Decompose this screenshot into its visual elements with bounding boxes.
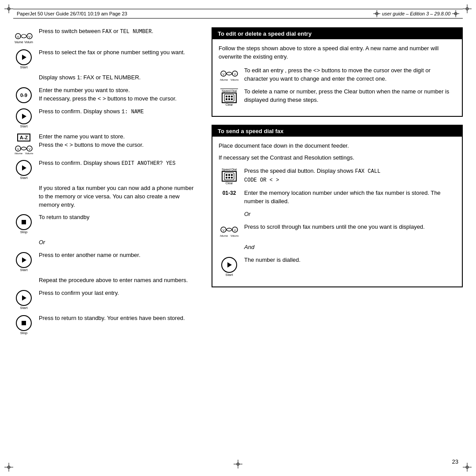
edit-step-2: Speed Dial (219, 88, 456, 106)
svg-rect-53 (231, 174, 233, 176)
step-row-5: A-Z V V Volume Volume Enter the na (13, 133, 198, 155)
indent-text-3: Repeat the procedure above to enter name… (13, 276, 198, 285)
send-text-3: Press to scroll through fax numbers unti… (244, 223, 456, 231)
text-cell-6: Press to confirm. Display shows EDIT ANO… (39, 159, 198, 167)
svg-text:Volume: Volume (15, 41, 23, 44)
section-send-header: To send a speed dial fax (212, 126, 462, 137)
start-icon-3 (16, 160, 32, 176)
left-column: V V Volume Volume Press to switch betwee… (13, 27, 198, 459)
indent-text-2: If you stored a fax number you can now a… (13, 184, 198, 209)
text-cell-8: Press to enter another name or number. (39, 251, 198, 260)
step-row-1: V V Volume Volume Press to switch betwee… (13, 27, 198, 44)
send-icon-4: Start (219, 256, 240, 277)
right-column: To edit or delete a speed dial entry Fol… (212, 27, 463, 459)
volume-icon-send: V V Volume Volume (220, 224, 238, 239)
icon-cell-3: 0-9 (13, 86, 34, 103)
main-content: V V Volume Volume Press to switch betwee… (13, 27, 463, 459)
corner-cross-br (463, 463, 472, 472)
start-icon-5 (16, 290, 32, 306)
corner-cross-bl (4, 463, 13, 472)
icon-cell-8: Start (13, 251, 34, 272)
svg-text:Volume: Volume (220, 78, 228, 81)
step-row-9: Start Press to confirm your last entry. (13, 289, 198, 310)
text-cell-1: Press to switch between FAX or TEL NUMBE… (39, 27, 198, 36)
svg-marker-63 (227, 262, 232, 268)
indent-or-1: Or (13, 238, 198, 247)
edit-icon-1: V V Volume Volume (219, 67, 240, 83)
icon-cell-2: Start (13, 48, 34, 69)
svg-rect-56 (231, 177, 233, 178)
send-icon-1: Speed Dial (219, 167, 240, 185)
text-cell-9: Press to confirm your last entry. (39, 289, 198, 298)
svg-rect-48 (228, 98, 230, 100)
header-center: user guide – Edition 3 – 29.8.00 (373, 10, 459, 17)
header-crosshair-icon (373, 10, 380, 17)
header-left: PaperJet 50 User Guide 26/7/01 10:19 am … (17, 11, 127, 16)
svg-text:V: V (17, 35, 19, 39)
svg-rect-52 (228, 174, 230, 176)
corner-cross-tl (4, 4, 13, 13)
svg-rect-50 (224, 173, 234, 180)
start-icon-1 (16, 49, 32, 65)
send-text-4: The number is dialled. (244, 256, 456, 264)
svg-text:Volume: Volume (231, 234, 238, 237)
svg-rect-51 (226, 174, 227, 176)
svg-rect-44 (226, 96, 227, 97)
send-text-2: Enter the memory location number under w… (244, 189, 456, 206)
step-row-6: Start Press to confirm. Display shows ED… (13, 159, 198, 180)
icon-cell-7: Stop (13, 213, 34, 234)
svg-marker-25 (22, 114, 26, 119)
icon-cell-9: Start (13, 289, 34, 310)
icon-cell-5: A-Z V V Volume Volume (13, 133, 34, 155)
start-icon-send (221, 257, 237, 273)
text-cell-7: To return to standby (39, 213, 198, 222)
svg-marker-35 (22, 295, 26, 301)
step-row-3: 0-9 Enter the number you want to store. … (13, 86, 198, 103)
step-row-10: Stop Press to return to standby. Your en… (13, 314, 198, 335)
section-edit-delete: To edit or delete a speed dial entry Fol… (212, 27, 463, 117)
svg-text:Volume: Volume (25, 152, 33, 155)
svg-text:V: V (28, 35, 31, 39)
send-step-3: V V Volume Volume Press to scroll throug… (219, 223, 456, 239)
step-row-4: Start Press to confirm. Display shows 1:… (13, 108, 198, 128)
text-cell-3: Enter the number you want to store. If n… (39, 86, 198, 103)
step-row-7: Stop To return to standby (13, 213, 198, 234)
send-and: And (219, 243, 456, 252)
icon-cell-4: Start (13, 108, 34, 128)
svg-text:V: V (234, 73, 236, 76)
svg-marker-32 (22, 165, 26, 171)
volume-icon-edit: V V Volume Volume (220, 67, 238, 83)
svg-rect-43 (224, 94, 234, 101)
svg-text:Volume: Volume (231, 78, 238, 81)
step-row-2: Start Press to select the fax or phone n… (13, 48, 198, 69)
edit-text-1: To edit an entry , press the <> buttons … (244, 67, 456, 83)
svg-rect-49 (231, 98, 233, 100)
svg-text:V: V (17, 148, 19, 151)
svg-rect-47 (226, 98, 227, 100)
svg-marker-34 (22, 257, 26, 263)
start-icon-4 (16, 252, 32, 268)
svg-rect-36 (22, 321, 26, 325)
page-container: PaperJet 50 User Guide 26/7/01 10:19 am … (0, 0, 476, 476)
indent-text-1: Display shows 1: FAX or TEL NUMBER. (13, 74, 198, 82)
icon-cell-6: Start (13, 159, 34, 180)
send-text-1: Press the speed dial button. Display sho… (244, 167, 456, 184)
0132-icon: 01-32 (223, 190, 236, 196)
svg-text:V: V (234, 229, 236, 232)
svg-rect-54 (226, 177, 227, 178)
speeddial-icon-send (222, 171, 237, 182)
icon-cell-1: V V Volume Volume (13, 27, 34, 44)
send-step-1: Speed Dial (219, 167, 456, 185)
text-cell-10: Press to return to standby. Your entries… (39, 314, 198, 323)
text-cell-2: Press to select the fax or phone number … (39, 48, 198, 57)
section-send-fax: To send a speed dial fax Place document … (212, 125, 463, 287)
section-send-body: Place document face down in the document… (212, 137, 462, 286)
icon-cell-10: Stop (13, 314, 34, 335)
bottom-crosshair (234, 460, 242, 470)
send-intro1: Place document face down in the document… (219, 142, 456, 150)
edit-text-2: To delete a name or number, press the Cl… (244, 88, 456, 104)
header-center-text: user guide – Edition 3 – 29.8.00 (382, 11, 450, 16)
corner-cross-tr (463, 4, 472, 13)
page-number: 23 (452, 458, 458, 465)
section-edit-intro: Follow the steps shown above to store a … (219, 45, 456, 61)
